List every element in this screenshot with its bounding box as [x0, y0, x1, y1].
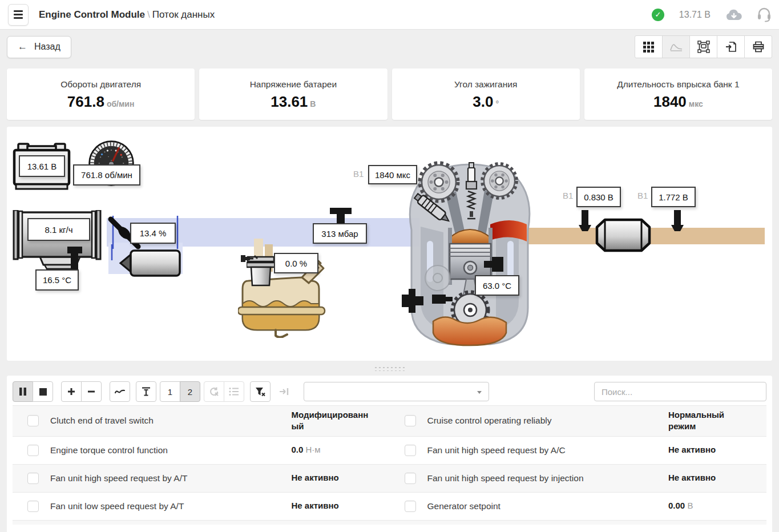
metric-card-rpm[interactable]: Обороты двигателя 761.8об/мин [7, 68, 195, 120]
metric-value: 13.61 [271, 93, 308, 110]
coolant-temp-sensor-icon [484, 257, 504, 274]
table-row[interactable]: Cruise control operating reliably Нормал… [390, 405, 767, 437]
param-value: Модифицированный [292, 410, 369, 431]
splitter-grip-handle[interactable] [373, 365, 406, 371]
injection-duration-box: 1840 мкс [368, 165, 417, 184]
pause-button[interactable] [13, 381, 33, 402]
breadcrumb-page: Поток данных [152, 9, 215, 20]
check-icon: ✓ [655, 10, 661, 19]
row-checkbox[interactable] [405, 445, 416, 456]
reset-selection-button[interactable] [204, 381, 224, 402]
table-row[interactable]: Fan unit low speed request by A/T Не акт… [13, 493, 390, 521]
panel-splitter [0, 361, 779, 376]
metric-label: Обороты двигателя [60, 79, 141, 90]
intake-temp-sensor-icon [66, 247, 83, 271]
row-checkbox[interactable] [405, 415, 416, 426]
pin-panel-button[interactable] [274, 381, 294, 402]
o2-upstream-bank-label: B1 [563, 191, 573, 200]
metric-unit: В [310, 99, 316, 108]
knock-sensor-icon [402, 289, 427, 313]
map-sensor-icon [328, 208, 354, 224]
manifold-pressure-box: 313 мбар [313, 223, 367, 244]
purge-valve-icon [240, 251, 259, 266]
param-name: Cruise control operating reliably [427, 416, 669, 426]
stop-button[interactable] [33, 381, 53, 402]
module-title: Engine Control Module [39, 9, 145, 20]
page-2-label: 2 [188, 387, 192, 397]
cloud-download-icon[interactable] [725, 9, 742, 21]
param-value: Нормальный режим [668, 410, 724, 431]
metric-value: 3.0 [473, 93, 493, 110]
catalytic-converter-illustration [595, 218, 652, 252]
table-row[interactable]: Clutch end of travel switch Модифицирова… [13, 405, 390, 437]
group-dropdown[interactable] [304, 382, 489, 401]
parameters-column-right: Cruise control operating reliably Нормал… [390, 405, 767, 525]
list-icon [229, 387, 239, 396]
filter-x-icon [255, 387, 265, 397]
clear-filter-button[interactable] [250, 381, 271, 402]
engine-illustration [403, 158, 536, 349]
table-row[interactable]: Engine torque control function 0.0 Н·м [13, 437, 390, 465]
param-name: Fan unit high speed request by A/C [427, 445, 669, 456]
idle-valve-illustration [116, 249, 182, 277]
page-2-button[interactable]: 2 [180, 381, 200, 402]
row-checkbox[interactable] [27, 501, 39, 512]
row-checkbox[interactable] [405, 501, 416, 512]
metric-unit: мкс [689, 99, 703, 108]
table-row[interactable]: Fan unit high speed request by A/C Не ак… [390, 437, 767, 465]
param-name: Generator setpoint [427, 501, 669, 511]
param-name: Engine torque control function [50, 445, 292, 456]
pause-icon [19, 388, 27, 396]
fit-height-icon [141, 386, 151, 397]
param-unit: Н·м [306, 445, 321, 454]
air-flow-box: 8.1 кг/ч [27, 218, 90, 241]
o2-downstream-bank-label: B1 [637, 191, 648, 200]
selected-list-button[interactable] [224, 381, 244, 402]
search-input[interactable] [594, 382, 766, 401]
param-value: Не активно [292, 501, 339, 510]
back-button[interactable]: ← Назад [7, 36, 71, 58]
param-name: Fan unit high speed request by injection [427, 473, 669, 483]
grid-view-button[interactable] [635, 35, 663, 58]
crank-sensor-icon [432, 292, 453, 306]
metric-card-voltage[interactable]: Напряжение батареи 13.61В [199, 68, 387, 120]
table-row[interactable]: Fan unit high speed request by injection… [390, 465, 767, 493]
table-row[interactable]: Fan unit high speed request by A/T Не ак… [13, 465, 390, 493]
o2-downstream-box: 1.772 В [651, 187, 696, 207]
metric-cards: Обороты двигателя 761.8об/мин Напряжение… [0, 64, 779, 120]
table-row[interactable]: Generator setpoint 0.00 В [390, 493, 767, 521]
row-checkbox[interactable] [27, 473, 39, 484]
row-checkbox[interactable] [27, 415, 39, 426]
o2-upstream-box: 0.830 В [576, 187, 621, 207]
param-name: Fan unit low speed request by A/T [50, 501, 292, 511]
print-button[interactable] [744, 35, 772, 58]
fit-height-button[interactable] [136, 381, 156, 402]
metric-label: Напряжение батареи [250, 79, 337, 90]
chart-view-button[interactable] [662, 35, 690, 58]
row-checkbox[interactable] [27, 445, 39, 456]
page-1-button[interactable]: 1 [160, 381, 180, 402]
headset-icon[interactable] [757, 7, 771, 22]
hamburger-menu-button[interactable] [8, 4, 29, 26]
purge-box: 0.0 % [274, 253, 318, 273]
diagram-view-button[interactable] [689, 35, 717, 58]
minus-icon [87, 388, 95, 396]
export-report-button[interactable] [717, 35, 745, 58]
intake-temp-box: 16.5 °С [35, 269, 79, 291]
metric-card-ignition-angle[interactable]: Угол зажигания 3.0° [392, 68, 580, 120]
zoom-out-button[interactable] [81, 381, 102, 402]
param-value: Не активно [292, 473, 339, 482]
app-window: Engine Control Module\Поток данных ✓ 13.… [0, 0, 779, 532]
engine-schematic-panel: 13.61 В 761.8 об/мин 8.1 кг/ч [7, 127, 772, 361]
metric-unit: ° [495, 99, 499, 108]
zoom-in-button[interactable] [61, 381, 82, 402]
smooth-curve-button[interactable] [110, 381, 130, 402]
metric-label: Длительность впрыска банк 1 [617, 79, 739, 90]
o2-sensor-downstream-icon [670, 210, 685, 232]
row-checkbox[interactable] [405, 473, 416, 484]
injection-bank-label: B1 [353, 169, 364, 179]
refresh-x-icon [209, 386, 219, 397]
metric-card-injection-duration[interactable]: Длительность впрыска банк 1 1840мкс [584, 68, 772, 120]
plus-icon [67, 388, 75, 396]
rpm-box: 761.8 об/мин [73, 164, 140, 186]
